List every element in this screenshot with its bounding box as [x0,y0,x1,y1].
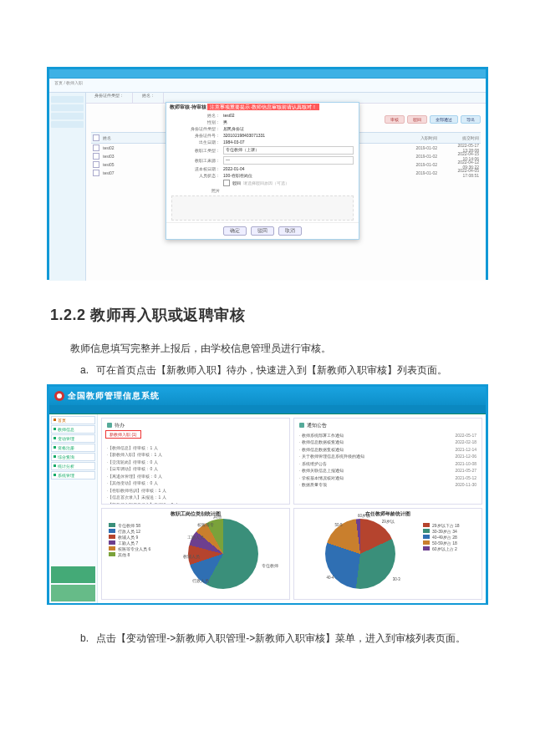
pie-slice-label: 29岁以 [382,520,395,524]
legend-swatch [423,523,430,527]
filter-field[interactable]: 身份证件类型： [86,93,133,103]
nav-item[interactable] [51,121,84,128]
main-panel: 身份证件类型： 姓名： 审核 驳回 全部通过 导出 姓名 身份证件类型 [86,93,486,281]
pie-slice-label: 40-4 [326,576,334,580]
modal-cancel-button[interactable]: 取消 [278,226,302,236]
left-nav [49,93,86,281]
nav-category[interactable]: 首页 [51,416,95,424]
notice-item[interactable]: · 教师系统部署工作通知2022-05-17 [299,432,476,439]
nav-category[interactable]: 统计分析 [51,462,95,470]
legend-swatch [109,540,115,545]
legend-swatch [109,552,115,556]
nav-category[interactable]: 变动管理 [51,434,95,443]
todo-item[interactable]: ·【交流轮岗】待审核：0 人 [107,459,284,466]
modal-title: 教师审核-待审核 注意事项重要提示·教师信息审核前请认真核对！ [166,103,359,112]
modal-field-row: 性别：男 [166,119,359,125]
todo-item[interactable]: ·【新教师入职信息录入】未报送：0 人 [107,501,284,505]
todo-item[interactable]: ·【教师信息】待审核：1 人 [107,444,284,452]
nav-card [51,585,95,601]
breadcrumb: 首页 / 教师入职 [54,80,83,85]
select-input[interactable]: — [223,156,354,165]
todo-item[interactable]: ·【在职教师培训】待审核：1 人 [107,487,284,495]
pie-slice-label: 50-5 [334,523,342,527]
pie-slice-label: 专任教师 [262,564,278,568]
pie-slice-label: 行政人员 [192,579,209,583]
todo-item[interactable]: ·【日常调动】待审核：0 人 [107,465,284,473]
nav-category[interactable]: 综合查询 [51,453,95,461]
pie-slice-label: 教辅人员 [183,555,200,559]
legend-item: 专任教师 58 [109,523,162,528]
notice-item[interactable]: · 学校基本情况核对通知2021-05-12 [299,474,476,482]
row-checkbox[interactable] [93,153,99,160]
filter-field[interactable]: 姓名： [134,93,164,103]
todo-item[interactable]: ·【信息首次录入】未报送：1 人 [107,494,284,501]
pie-chart: 29岁以30-340-450-560岁以 [325,519,395,589]
chart-legend: 29岁以下占 1830-39岁占 3440-49岁占 2850-59岁占 186… [421,512,476,596]
nav-card [51,566,95,583]
chart-title: 在任教师年龄统计图 [365,510,410,518]
legend-item: 50-59岁占 18 [423,540,476,545]
export-button[interactable]: 导出 [461,115,481,124]
todo-highlight-box[interactable]: 新教师入职 (1) [105,430,141,439]
legend-item: 教辅人员 9 [109,535,162,540]
notice-item[interactable]: · 教师信息数据核查通知2022-02-18 [299,439,476,446]
audit-button[interactable]: 审核 [385,115,405,124]
dot-icon [54,419,56,421]
notice-item[interactable]: · 教师信息数据复核通知2021-12-14 [299,446,476,454]
modal-field-row: 进本校日期：2022-01-04 [166,165,359,172]
allpass-button[interactable]: 全部通过 [430,115,458,124]
pie-slice-label: 60岁以 [358,514,370,518]
modal-field-row: 身份证件号：320102198403071331 [166,132,359,139]
system-logo-icon [54,391,64,401]
panel-header: 通知公告 [299,422,476,429]
dashboard-nav: 首页教师信息变动管理资格注册综合查询统计分析系统管理 [49,414,98,603]
modal-field-row: 教职工类型：专任教师（上课） [166,145,359,155]
list-icon [107,423,112,428]
notice-item[interactable]: · 数据质量专项2020-11-30 [299,481,476,489]
dashboard-main: 待办 新教师入职 (1) ·【教师信息】待审核：1 人·【新教师入职】待审核：1… [98,414,486,603]
todo-item[interactable]: ·【离退休管理】待审核：0 人 [107,473,284,480]
nav-category[interactable]: 教师信息 [51,425,95,434]
dot-icon [54,464,56,467]
modal-field-row: 姓名：test02 [166,112,359,119]
document-body: 1.2.2 教师再入职或返聘审核 教师信息填写完整并上报后，由学校信息管理员进行… [50,305,485,379]
nav-category[interactable]: 资格注册 [51,444,95,452]
reject-button[interactable]: 驳回 [407,115,427,124]
row-checkbox[interactable] [93,170,99,176]
reject-checkbox[interactable] [223,180,230,186]
photo-placeholder [171,195,354,221]
checkbox-all[interactable] [93,134,99,141]
todo-item[interactable]: ·【其他变动】待审核：0 人 [107,479,284,487]
notice-item[interactable]: · 关于教师管理信息系统升级的通知2021-12-06 [299,453,476,460]
nav-category[interactable]: 系统管理 [51,471,95,479]
notice-item[interactable]: · 教师关联信息上报通知2021-05-27 [299,467,476,474]
system-subbar [49,405,486,414]
section-heading: 1.2.2 教师再入职或返聘审核 [50,305,485,325]
intro-paragraph: 教师信息填写完整并上报后，由学校信息管理员进行审核。 [50,340,485,357]
list-item-b: b.点击【变动管理->新教师入职管理->新教师入职审核】菜单，进入到审核列表页面… [80,630,485,647]
system-title: 全国教师管理信息系统 [68,390,160,402]
nav-item[interactable] [51,96,84,103]
modal-reject-button[interactable]: 驳回 [251,226,274,236]
legend-swatch [109,535,115,539]
nav-item[interactable] [51,113,84,119]
dot-icon [54,446,56,449]
pie-slice-label: 30-3 [393,577,400,581]
modal-field-row: 人员状态：100-在职在岗位 [166,172,359,179]
select-input[interactable]: 专任教师（上课） [223,146,354,155]
legend-item: 工勤人员 7 [109,540,162,545]
todo-panel: 待办 新教师入职 (1) ·【教师信息】待审核：1 人·【新教师入职】待审核：1… [101,418,290,505]
nav-item[interactable] [51,104,84,111]
row-checkbox[interactable] [93,161,99,168]
todo-item[interactable]: ·【新教师入职】待审核：1 人 [107,451,284,459]
row-checkbox[interactable] [93,145,99,151]
bell-icon [299,423,304,428]
notice-item[interactable]: · 系统维护公告2021-10-08 [299,460,476,468]
system-banner: 全国教师管理信息系统 [49,387,486,405]
legend-swatch [423,535,430,539]
legend-swatch [423,540,430,545]
modal-ok-button[interactable]: 确定 [223,226,247,236]
audit-modal: 教师审核-待审核 注意事项重要提示·教师信息审核前请认真核对！ 姓名：test0… [166,102,359,240]
legend-swatch [423,546,430,551]
breadcrumb-bar: 首页 / 教师入职 [49,79,486,93]
